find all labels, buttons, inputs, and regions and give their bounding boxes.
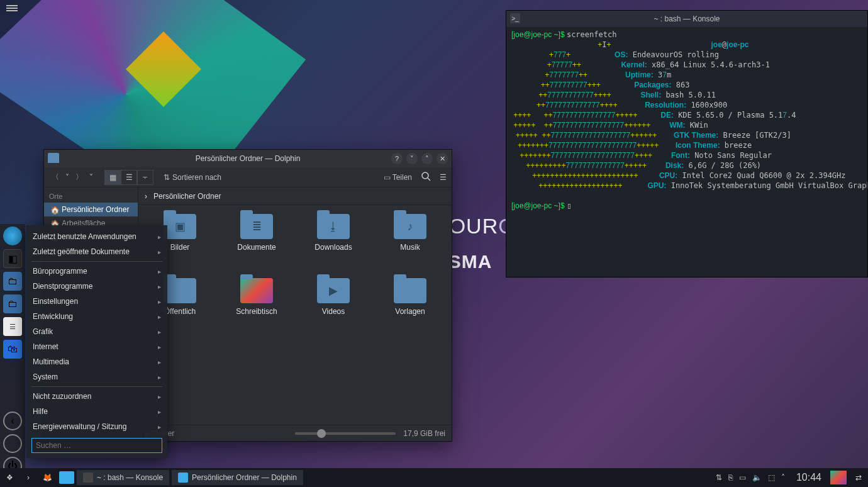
konsole-title: ~ : bash — Konsole xyxy=(654,14,720,23)
recent-ring-icon[interactable] xyxy=(3,434,22,453)
display-icon[interactable]: ▭ xyxy=(739,473,746,482)
close-button[interactable]: ✕ xyxy=(437,153,448,164)
network-icon[interactable]: ⬚ xyxy=(768,473,775,482)
free-space: 17,9 GiB frei xyxy=(403,429,445,438)
folder-icon: ⭳ xyxy=(317,214,350,239)
folder-icon: ▣ xyxy=(164,214,196,239)
tray-expand-icon[interactable]: ˄ xyxy=(781,473,785,482)
back-menu[interactable]: ˅ xyxy=(63,172,72,183)
share-button[interactable]: ▭ Teilen xyxy=(384,173,412,182)
menu-item[interactable]: Multimedia▸ xyxy=(26,354,167,369)
panel-menu-icon[interactable]: › xyxy=(19,468,38,487)
terminal-output[interactable]: [joe@joe-pc ~]$ screenfetch +I+ joe@joe-… xyxy=(506,27,867,277)
chevron-right-icon: ▸ xyxy=(158,233,161,240)
menu-item[interactable]: Grafik▸ xyxy=(26,324,167,339)
files2-icon[interactable]: 🗀 xyxy=(3,294,22,313)
konsole-titlebar[interactable]: >_ ~ : bash — Konsole xyxy=(506,11,867,27)
panel-settings-icon[interactable]: ⇄ xyxy=(849,468,868,487)
task-konsole[interactable]: ~ : bash — Konsole xyxy=(77,470,169,485)
menu-button[interactable]: ☰ xyxy=(440,173,447,182)
minimize-button[interactable]: ˅ xyxy=(406,153,418,164)
chevron-right-icon: ▸ xyxy=(158,313,161,320)
forward-button[interactable]: 〉 xyxy=(73,171,86,184)
activities-icon[interactable]: ◧ xyxy=(3,249,22,268)
folder-item[interactable]: Vorlagen xyxy=(374,278,447,339)
volume-icon[interactable]: 🔈 xyxy=(752,473,762,482)
menu-item[interactable]: Hilfe▸ xyxy=(26,404,167,419)
sort-button[interactable]: ⇅ Sortieren nach xyxy=(164,173,221,182)
folder-item[interactable]: ▶Videos xyxy=(297,278,370,339)
folder-icon xyxy=(164,278,196,303)
menu-item[interactable]: Dienstprogramme▸ xyxy=(26,279,167,294)
search-button[interactable] xyxy=(421,171,431,183)
store-icon[interactable]: 🛍 xyxy=(3,340,22,359)
folder-label: Bilder xyxy=(170,243,190,252)
menu-item[interactable]: Nicht zuzuordnen▸ xyxy=(26,389,167,404)
app-search-input[interactable] xyxy=(31,438,162,453)
view-icons[interactable]: ▦ xyxy=(104,170,121,185)
menu-item[interactable]: Büroprogramme▸ xyxy=(26,264,167,279)
menu-item[interactable]: Zuletzt benutzte Anwendungen▸ xyxy=(26,229,167,244)
chevron-right-icon: ▸ xyxy=(158,283,161,290)
launcher-gear-icon[interactable] xyxy=(3,227,22,245)
terminal-icon xyxy=(83,473,93,483)
menu-item[interactable]: Zuletzt geöffnete Dokumente▸ xyxy=(26,244,167,259)
files-icon[interactable]: 🗀 xyxy=(3,272,22,291)
maximize-button[interactable]: ˄ xyxy=(421,153,433,164)
folder-item[interactable]: ♪Musik xyxy=(374,214,447,274)
svg-line-1 xyxy=(428,178,430,181)
clipboard-icon[interactable]: ⎘ xyxy=(728,473,733,482)
svg-point-0 xyxy=(422,172,428,179)
chevron-right-icon: ▸ xyxy=(158,393,161,400)
place-icon: 🏠 xyxy=(50,206,58,213)
chevron-right-icon: ▸ xyxy=(158,298,161,305)
show-desktop-icon[interactable] xyxy=(830,471,847,484)
menu-item[interactable]: Einstellungen▸ xyxy=(26,294,167,309)
notes-icon[interactable]: ☰ xyxy=(3,317,22,336)
usb-icon[interactable]: ⇅ xyxy=(716,473,722,482)
chevron-right-icon: ▸ xyxy=(158,249,161,255)
view-columns[interactable]: ⫟ xyxy=(137,170,153,185)
task-dolphin[interactable]: Persönlicher Ordner — Dolphin xyxy=(172,470,303,485)
view-details[interactable]: ☰ xyxy=(121,170,137,185)
chevron-right-icon: ▸ xyxy=(158,408,161,415)
folder-label: Videos xyxy=(322,307,345,316)
menu-item[interactable]: System▸ xyxy=(26,369,167,384)
firefox-icon[interactable]: 🦊 xyxy=(38,468,57,487)
folder-label: Dokumente xyxy=(237,243,275,252)
left-dock: ◧ 🗀 🗀 ☰ 🛍 ‹ ⏻ xyxy=(0,224,25,478)
sidebar-item[interactable]: 🏠Persönlicher Ordner xyxy=(44,203,138,216)
folder-grid: ▣Bilder≣Dokumente⭳Downloads♪MusikÖffentl… xyxy=(138,205,452,425)
chevron-right-icon: ▸ xyxy=(158,359,161,366)
folder-item[interactable]: ⭳Downloads xyxy=(297,214,370,274)
global-menu-icon[interactable] xyxy=(6,4,18,13)
folder-item[interactable]: Schreibtisch xyxy=(220,278,293,339)
chevron-right-icon: ▸ xyxy=(158,328,161,335)
panel-clock[interactable]: 10:44 xyxy=(790,472,828,483)
back-ring-icon[interactable]: ‹ xyxy=(3,411,22,430)
folder-icon: ≣ xyxy=(240,214,273,239)
folder-label: Downloads xyxy=(314,243,352,252)
chevron-right-icon: ▸ xyxy=(158,268,161,275)
konsole-window: >_ ~ : bash — Konsole [joe@joe-pc ~]$ sc… xyxy=(506,10,868,277)
folder-item[interactable]: ≣Dokumente xyxy=(220,214,293,274)
zoom-slider[interactable] xyxy=(295,432,396,435)
places-header: Orte xyxy=(44,190,138,203)
folder-label: Musik xyxy=(400,243,420,252)
back-button[interactable]: 〈 xyxy=(49,171,62,184)
application-menu: Zuletzt benutzte Anwendungen▸Zuletzt geö… xyxy=(26,225,167,458)
status-bar: 8 Ordner 17,9 GiB frei xyxy=(138,425,452,441)
app-launcher-icon[interactable]: ❖ xyxy=(0,468,19,487)
dolphin-titlebar[interactable]: Persönlicher Ordner — Dolphin ? ˅ ˄ ✕ xyxy=(44,150,452,167)
menu-item[interactable]: Energieverwaltung / Sitzung▸ xyxy=(26,419,167,434)
chevron-right-icon: › xyxy=(145,192,147,201)
forward-menu[interactable]: ˅ xyxy=(87,172,96,183)
menu-item[interactable]: Internet▸ xyxy=(26,339,167,354)
chevron-right-icon: ▸ xyxy=(158,344,161,350)
menu-item[interactable]: Entwicklung▸ xyxy=(26,309,167,324)
folder-icon: ▶ xyxy=(317,278,350,303)
dolphin-launcher-icon[interactable] xyxy=(59,471,74,484)
bottom-panel: ❖ › 🦊 ~ : bash — Konsole Persönlicher Or… xyxy=(0,468,868,487)
breadcrumb[interactable]: › Persönlicher Ordner xyxy=(138,188,452,205)
help-button[interactable]: ? xyxy=(391,153,403,164)
